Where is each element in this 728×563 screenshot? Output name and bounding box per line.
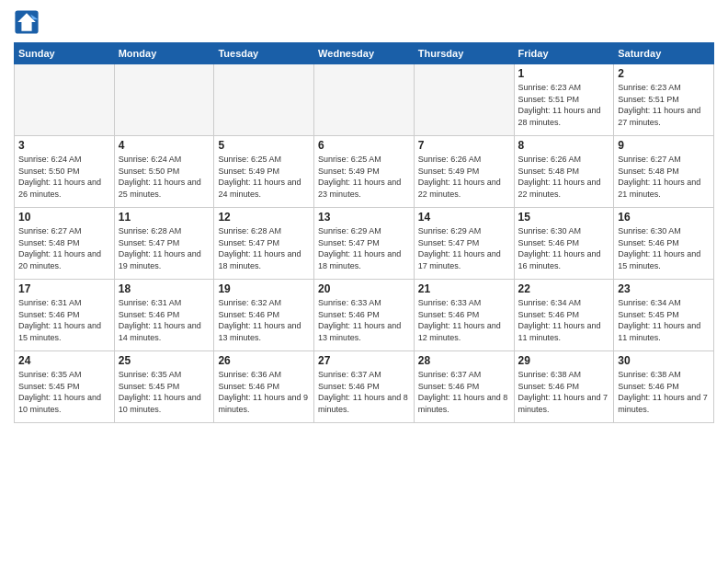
day-info: Sunrise: 6:24 AM Sunset: 5:50 PM Dayligh… [119, 154, 210, 200]
calendar-cell: 28Sunrise: 6:37 AM Sunset: 5:46 PM Dayli… [414, 351, 514, 423]
day-info: Sunrise: 6:37 AM Sunset: 5:46 PM Dayligh… [318, 369, 410, 415]
calendar-cell [114, 64, 214, 136]
day-number: 25 [119, 354, 210, 367]
calendar-cell: 6Sunrise: 6:25 AM Sunset: 5:49 PM Daylig… [314, 136, 415, 208]
day-number: 28 [418, 354, 510, 367]
day-info: Sunrise: 6:35 AM Sunset: 5:45 PM Dayligh… [119, 369, 210, 415]
day-info: Sunrise: 6:23 AM Sunset: 5:51 PM Dayligh… [618, 82, 710, 128]
calendar-cell [414, 64, 514, 136]
day-number: 6 [318, 139, 410, 152]
day-info: Sunrise: 6:29 AM Sunset: 5:47 PM Dayligh… [418, 225, 510, 271]
day-number: 7 [418, 139, 510, 152]
calendar-cell: 27Sunrise: 6:37 AM Sunset: 5:46 PM Dayli… [314, 351, 415, 423]
calendar-cell [214, 64, 314, 136]
day-number: 27 [318, 354, 410, 367]
calendar-table: SundayMondayTuesdayWednesdayThursdayFrid… [14, 42, 714, 423]
logo-icon [14, 9, 40, 35]
day-number: 9 [618, 139, 710, 152]
day-info: Sunrise: 6:38 AM Sunset: 5:46 PM Dayligh… [518, 369, 610, 415]
day-number: 18 [119, 282, 210, 295]
day-info: Sunrise: 6:24 AM Sunset: 5:50 PM Dayligh… [18, 154, 110, 200]
calendar-cell [15, 64, 115, 136]
day-info: Sunrise: 6:36 AM Sunset: 5:46 PM Dayligh… [218, 369, 310, 415]
calendar-cell [314, 64, 415, 136]
day-number: 24 [18, 354, 110, 367]
day-info: Sunrise: 6:27 AM Sunset: 5:48 PM Dayligh… [618, 154, 710, 200]
day-number: 29 [518, 354, 610, 367]
weekday-wednesday: Wednesday [314, 43, 415, 64]
day-number: 5 [218, 139, 310, 152]
day-info: Sunrise: 6:28 AM Sunset: 5:47 PM Dayligh… [218, 225, 310, 271]
day-info: Sunrise: 6:35 AM Sunset: 5:45 PM Dayligh… [18, 369, 110, 415]
week-row-2: 3Sunrise: 6:24 AM Sunset: 5:50 PM Daylig… [15, 136, 714, 208]
day-info: Sunrise: 6:29 AM Sunset: 5:47 PM Dayligh… [318, 225, 410, 271]
day-number: 14 [418, 211, 510, 224]
calendar-cell: 17Sunrise: 6:31 AM Sunset: 5:46 PM Dayli… [15, 280, 115, 351]
day-info: Sunrise: 6:32 AM Sunset: 5:46 PM Dayligh… [218, 297, 310, 343]
calendar-cell: 16Sunrise: 6:30 AM Sunset: 5:46 PM Dayli… [614, 208, 714, 280]
calendar-cell: 21Sunrise: 6:33 AM Sunset: 5:46 PM Dayli… [414, 280, 514, 351]
calendar-cell: 1Sunrise: 6:23 AM Sunset: 5:51 PM Daylig… [514, 64, 614, 136]
calendar-cell: 12Sunrise: 6:28 AM Sunset: 5:47 PM Dayli… [214, 208, 314, 280]
day-number: 26 [218, 354, 310, 367]
calendar-cell: 29Sunrise: 6:38 AM Sunset: 5:46 PM Dayli… [514, 351, 614, 423]
calendar-cell: 25Sunrise: 6:35 AM Sunset: 5:45 PM Dayli… [114, 351, 214, 423]
day-number: 17 [18, 282, 110, 295]
day-info: Sunrise: 6:37 AM Sunset: 5:46 PM Dayligh… [418, 369, 510, 415]
day-info: Sunrise: 6:34 AM Sunset: 5:46 PM Dayligh… [518, 297, 610, 343]
day-info: Sunrise: 6:30 AM Sunset: 5:46 PM Dayligh… [618, 225, 710, 271]
day-info: Sunrise: 6:30 AM Sunset: 5:46 PM Dayligh… [518, 225, 610, 271]
calendar-cell: 13Sunrise: 6:29 AM Sunset: 5:47 PM Dayli… [314, 208, 415, 280]
day-number: 8 [518, 139, 610, 152]
day-number: 10 [18, 211, 110, 224]
day-info: Sunrise: 6:28 AM Sunset: 5:47 PM Dayligh… [119, 225, 210, 271]
day-number: 3 [18, 139, 110, 152]
calendar-cell: 14Sunrise: 6:29 AM Sunset: 5:47 PM Dayli… [414, 208, 514, 280]
day-info: Sunrise: 6:34 AM Sunset: 5:45 PM Dayligh… [618, 297, 710, 343]
day-number: 30 [618, 354, 710, 367]
day-number: 15 [518, 211, 610, 224]
day-info: Sunrise: 6:33 AM Sunset: 5:46 PM Dayligh… [418, 297, 510, 343]
week-row-1: 1Sunrise: 6:23 AM Sunset: 5:51 PM Daylig… [15, 64, 714, 136]
calendar-cell: 15Sunrise: 6:30 AM Sunset: 5:46 PM Dayli… [514, 208, 614, 280]
weekday-thursday: Thursday [414, 43, 514, 64]
day-info: Sunrise: 6:31 AM Sunset: 5:46 PM Dayligh… [18, 297, 110, 343]
week-row-4: 17Sunrise: 6:31 AM Sunset: 5:46 PM Dayli… [15, 280, 714, 351]
calendar-cell: 4Sunrise: 6:24 AM Sunset: 5:50 PM Daylig… [114, 136, 214, 208]
day-info: Sunrise: 6:25 AM Sunset: 5:49 PM Dayligh… [318, 154, 410, 200]
logo [14, 9, 43, 35]
day-number: 13 [318, 211, 410, 224]
day-number: 11 [119, 211, 210, 224]
calendar-cell: 24Sunrise: 6:35 AM Sunset: 5:45 PM Dayli… [15, 351, 115, 423]
calendar-cell: 5Sunrise: 6:25 AM Sunset: 5:49 PM Daylig… [214, 136, 314, 208]
calendar-cell: 8Sunrise: 6:26 AM Sunset: 5:48 PM Daylig… [514, 136, 614, 208]
weekday-friday: Friday [514, 43, 614, 64]
day-number: 22 [518, 282, 610, 295]
calendar-cell: 23Sunrise: 6:34 AM Sunset: 5:45 PM Dayli… [614, 280, 714, 351]
day-info: Sunrise: 6:31 AM Sunset: 5:46 PM Dayligh… [119, 297, 210, 343]
header [14, 9, 714, 35]
day-number: 12 [218, 211, 310, 224]
calendar-cell: 22Sunrise: 6:34 AM Sunset: 5:46 PM Dayli… [514, 280, 614, 351]
day-number: 2 [618, 67, 710, 80]
day-number: 20 [318, 282, 410, 295]
day-info: Sunrise: 6:26 AM Sunset: 5:49 PM Dayligh… [418, 154, 510, 200]
calendar-cell: 10Sunrise: 6:27 AM Sunset: 5:48 PM Dayli… [15, 208, 115, 280]
day-info: Sunrise: 6:25 AM Sunset: 5:49 PM Dayligh… [218, 154, 310, 200]
day-info: Sunrise: 6:33 AM Sunset: 5:46 PM Dayligh… [318, 297, 410, 343]
day-info: Sunrise: 6:26 AM Sunset: 5:48 PM Dayligh… [518, 154, 610, 200]
day-number: 23 [618, 282, 710, 295]
calendar-cell: 26Sunrise: 6:36 AM Sunset: 5:46 PM Dayli… [214, 351, 314, 423]
page-container: SundayMondayTuesdayWednesdayThursdayFrid… [0, 0, 728, 432]
weekday-tuesday: Tuesday [214, 43, 314, 64]
calendar-cell: 2Sunrise: 6:23 AM Sunset: 5:51 PM Daylig… [614, 64, 714, 136]
calendar-cell: 3Sunrise: 6:24 AM Sunset: 5:50 PM Daylig… [15, 136, 115, 208]
calendar-cell: 18Sunrise: 6:31 AM Sunset: 5:46 PM Dayli… [114, 280, 214, 351]
week-row-5: 24Sunrise: 6:35 AM Sunset: 5:45 PM Dayli… [15, 351, 714, 423]
day-number: 16 [618, 211, 710, 224]
calendar-cell: 7Sunrise: 6:26 AM Sunset: 5:49 PM Daylig… [414, 136, 514, 208]
weekday-header-row: SundayMondayTuesdayWednesdayThursdayFrid… [15, 43, 714, 64]
day-number: 1 [518, 67, 610, 80]
calendar-cell: 19Sunrise: 6:32 AM Sunset: 5:46 PM Dayli… [214, 280, 314, 351]
weekday-monday: Monday [114, 43, 214, 64]
